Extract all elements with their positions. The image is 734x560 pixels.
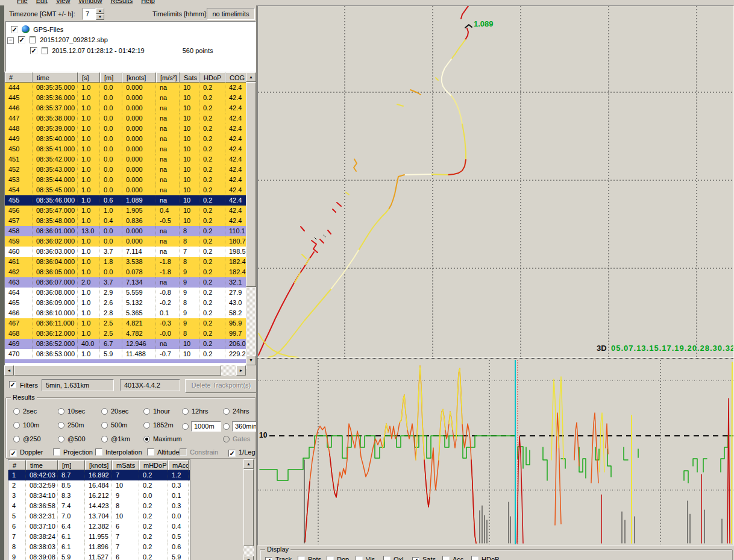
radio-icon[interactable] (143, 422, 150, 429)
collapse-icon[interactable]: − (7, 37, 14, 44)
trackpoint-row[interactable]: 46508:36:09.0001.02.65.132-0.280.243.0 (5, 298, 246, 308)
radio-250m[interactable]: 250m (58, 421, 84, 429)
radio-500[interactable]: @500 (58, 435, 86, 442)
trackpoint-row[interactable]: 45808:36:01.00013.00.00.000na80.2110.1 (5, 226, 246, 236)
scroll-down-icon[interactable]: ▼ (243, 556, 254, 560)
trackpoint-row[interactable]: 45908:36:02.0001.00.00.000na80.2180.7 (5, 236, 246, 247)
checkbox-hdop[interactable]: HDoP (471, 556, 499, 560)
trackpoint-row[interactable]: 46308:36:07.0002.03.77.134na90.232.1 (5, 277, 246, 288)
radio-2sec[interactable]: 2sec (13, 407, 37, 415)
radio-100m[interactable]: 100m (13, 421, 40, 429)
scroll-track[interactable] (243, 546, 254, 556)
speed-graph-panel[interactable]: 08:3008:3508:40 10 (257, 358, 734, 546)
column-header[interactable]: mSats (112, 460, 139, 470)
checkbox-1leg[interactable]: ✓1/Leg (228, 448, 256, 457)
trackpoint-row[interactable]: 46608:36:10.0001.02.85.3650.190.258.2 (5, 308, 246, 318)
filters-checkbox[interactable]: ✓ (9, 381, 16, 388)
tree-file-label[interactable]: 20151207_092812.sbp (40, 36, 108, 43)
checkbox-altitude[interactable]: Altitude (147, 448, 180, 456)
result-row[interactable]: 508:32:317.013.704100.20.0 (8, 511, 190, 521)
result-row[interactable]: 108:42:038.716.89270.21.2 (8, 470, 190, 480)
trackpoint-row[interactable]: 44508:35:36.0001.00.00.000na100.242.4 (5, 93, 246, 103)
scroll-thumb[interactable] (243, 469, 254, 546)
result-row[interactable]: 708:38:246.111.95570.20.5 (8, 532, 190, 542)
radio-24hrs[interactable]: 24hrs (223, 407, 249, 415)
radio-icon[interactable] (143, 408, 150, 415)
radio-12hrs[interactable]: 12hrs (182, 407, 209, 415)
trackpoint-row[interactable]: 45308:35:44.0001.00.00.000na100.242.4 (5, 175, 246, 185)
menu-item-view[interactable]: View (56, 0, 71, 4)
trackpoint-row[interactable]: 46408:36:08.0001.02.95.559-0.890.227.9 (5, 288, 246, 298)
result-row[interactable]: 908:39:085.911.52760.25.9 (8, 552, 190, 560)
checkbox-icon[interactable]: ✓ (265, 557, 272, 560)
radio-1km[interactable]: @1km (101, 435, 130, 442)
trackpoint-row[interactable]: 47008:36:53.0001.05.911.488-0.7100.2229.… (5, 349, 246, 359)
radio-icon[interactable] (223, 436, 230, 442)
radio-maximum[interactable]: Maximum (143, 435, 182, 442)
trackpoint-row[interactable]: 46908:36:52.00040.06.712.946na100.2206.0 (5, 339, 246, 349)
radio-icon[interactable] (143, 436, 150, 442)
trackpoint-row[interactable]: 46808:36:12.0001.02.54.782-0.080.299.7 (5, 329, 246, 339)
radio-icon[interactable] (223, 423, 230, 430)
scroll-down-icon[interactable]: ▼ (246, 356, 256, 365)
trackpoint-row[interactable]: 45508:35:46.0001.00.61.089na100.242.4 (5, 195, 246, 206)
checkbox-constrain[interactable]: Constrain (180, 448, 218, 456)
scroll-up-icon[interactable]: ▲ (246, 72, 256, 82)
checkbox-icon[interactable] (95, 448, 102, 456)
checkbox-dop[interactable]: Dop (327, 556, 349, 560)
column-header[interactable]: time (26, 460, 58, 470)
radio-icon[interactable] (58, 422, 64, 429)
checkbox-icon[interactable] (53, 448, 60, 456)
delete-trackpoints-button[interactable]: Delete Trackpoint(s) (185, 379, 257, 393)
checkbox-icon[interactable] (356, 556, 363, 560)
checkbox-projection[interactable]: Projection (53, 448, 93, 456)
checkbox-acc[interactable]: Acc (442, 556, 463, 560)
menu-item-file[interactable]: File (17, 0, 28, 4)
radio-20sec[interactable]: 20sec (101, 407, 128, 415)
column-header[interactable]: # (5, 72, 33, 83)
trackpoint-row[interactable]: 44608:35:37.0001.00.00.000na100.242.4 (5, 103, 246, 113)
trackpoint-row[interactable]: 45208:35:43.0001.00.00.000na100.242.4 (5, 165, 246, 175)
column-header[interactable]: # (8, 460, 26, 470)
radio-10sec[interactable]: 10sec (58, 407, 85, 415)
menu-item-window[interactable]: Window (78, 0, 102, 4)
radio-icon[interactable] (58, 408, 64, 415)
checkbox-vis[interactable]: Vis (356, 556, 375, 560)
checkbox-icon[interactable] (471, 556, 478, 560)
scroll-left-icon[interactable]: ◄ (4, 365, 14, 376)
checkbox-interpolation[interactable]: Interpolation (95, 448, 142, 456)
trackpoint-table-vscrollbar[interactable]: ▲ ▼ (246, 72, 256, 365)
radio-icon[interactable] (101, 422, 108, 429)
column-header[interactable]: HDoP (199, 72, 225, 83)
checkbox-sats[interactable]: ✓Sats (412, 556, 436, 560)
tree-root-label[interactable]: GPS-Files (33, 26, 63, 33)
result-row[interactable]: 808:38:036.111.89670.20.6 (8, 542, 190, 552)
trackpoint-row[interactable]: 44408:35:35.0001.00.00.000na100.242.4 (5, 83, 246, 93)
radio-icon[interactable] (182, 423, 189, 430)
checkbox-pnts[interactable]: Pnts (298, 556, 321, 560)
radio-1hour[interactable]: 1hour (143, 407, 170, 415)
trackpoint-row[interactable]: 45008:35:41.0001.00.00.000na100.242.4 (5, 144, 246, 154)
result-row[interactable]: 408:36:587.414.42380.20.3 (8, 501, 190, 511)
checkbox-icon[interactable]: ✓ (412, 557, 419, 560)
scroll-thumb[interactable] (246, 82, 256, 287)
scroll-up-icon[interactable]: ▲ (243, 459, 254, 469)
spin-down-icon[interactable]: ▼ (96, 14, 104, 20)
menu-item-help[interactable]: Help (141, 0, 155, 4)
column-header[interactable]: Sats (180, 72, 199, 83)
result-row[interactable]: 308:34:108.316.21290.00.1 (8, 491, 190, 501)
column-header[interactable]: COG (225, 72, 246, 83)
scroll-track[interactable] (221, 365, 236, 376)
radio-icon[interactable] (58, 436, 64, 442)
radio-icon[interactable] (101, 408, 108, 415)
tree-row-session[interactable]: ✓ 2015.12.07 01:28:12 - 01:42:19 560 poi… (30, 47, 213, 56)
results-table-vscrollbar[interactable]: ▲ ▼ (243, 459, 254, 560)
result-row[interactable]: 208:32:598.516.484100.20.3 (8, 480, 190, 491)
radio-icon[interactable] (13, 408, 20, 415)
timelimits-field[interactable]: no timelimits (207, 8, 255, 20)
radio-gates[interactable]: Gates (223, 435, 250, 442)
result-row[interactable]: 608:37:106.412.38260.20.4 (8, 521, 190, 532)
checkbox-icon[interactable] (180, 448, 187, 456)
checkbox-oxl[interactable]: Oxl (383, 556, 404, 560)
menu-item-edit[interactable]: Edit (36, 0, 48, 4)
